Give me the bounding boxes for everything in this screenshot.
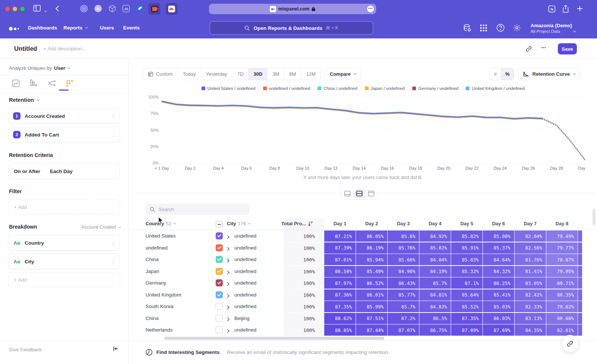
- date-range-yesterday[interactable]: Yesterday: [201, 68, 232, 80]
- help-icon[interactable]: [496, 23, 505, 32]
- retention-cell[interactable]: 85.49%: [356, 266, 387, 277]
- legend-item[interactable]: Japan / undefined: [365, 86, 405, 91]
- retention-cell[interactable]: 86.03%: [483, 313, 514, 324]
- retention-cell[interactable]: 86.19%: [356, 242, 387, 254]
- percent-toggle[interactable]: %: [501, 68, 514, 80]
- retention-cell[interactable]: 85.99%: [356, 301, 387, 312]
- day-column-header[interactable]: Day 4: [419, 221, 451, 226]
- criteria-each-day[interactable]: Each Day: [50, 169, 73, 174]
- favicon-tab-cloud-icon[interactable]: [166, 3, 178, 15]
- retention-cell[interactable]: 84.83%: [419, 301, 451, 312]
- expand-row-icon[interactable]: [227, 304, 229, 311]
- legend-item[interactable]: United Kingdom / undefined: [466, 86, 525, 91]
- retention-cell[interactable]: 84.81%: [419, 289, 451, 301]
- row-checkbox[interactable]: [216, 291, 223, 298]
- retention-cell[interactable]: 86.58%: [324, 266, 356, 277]
- table-row[interactable]: Japanundefined100%86.58%85.49%84.96%84.1…: [129, 266, 597, 277]
- retention-cell[interactable]: 85.66%: [388, 254, 419, 265]
- expand-row-icon[interactable]: [227, 246, 229, 252]
- retention-cell[interactable]: 86.5%: [419, 313, 451, 324]
- add-breakdown-button[interactable]: + Add: [8, 272, 120, 287]
- expand-row-icon[interactable]: [227, 269, 229, 276]
- row-checkbox[interactable]: [216, 232, 223, 239]
- expand-row-icon[interactable]: [227, 316, 229, 323]
- retention-cell[interactable]: 85.94%: [356, 254, 387, 265]
- retention-cell[interactable]: 79.77%: [546, 242, 578, 254]
- legend-item[interactable]: Germany / undefined: [412, 86, 458, 91]
- retention-cell[interactable]: 85.82%: [451, 230, 482, 242]
- chevron-down-icon[interactable]: [44, 7, 46, 14]
- retention-cell[interactable]: 87.07%: [388, 324, 419, 336]
- retention-cell[interactable]: 84.84%: [419, 254, 451, 265]
- retention-cell[interactable]: 85.08%: [483, 230, 514, 242]
- apps-grid-icon[interactable]: [480, 24, 487, 32]
- date-range-3m[interactable]: 3M: [268, 68, 284, 80]
- retention-cell[interactable]: 86.52%: [356, 277, 387, 289]
- expand-row-icon[interactable]: [227, 257, 229, 264]
- retention-cell[interactable]: 81.76%: [515, 254, 546, 265]
- retention-cell[interactable]: 87.01%: [324, 254, 356, 265]
- chart-only-toggle[interactable]: [342, 189, 353, 198]
- more-options-button[interactable]: ...: [541, 43, 546, 50]
- retention-cell[interactable]: 82.33%: [515, 301, 546, 312]
- absolute-numbers-toggle[interactable]: #: [490, 68, 501, 80]
- retention-cell[interactable]: 85.52%: [451, 301, 482, 312]
- retention-cell[interactable]: 87.44%: [356, 324, 387, 336]
- retention-cell[interactable]: 85.41%: [483, 289, 514, 301]
- date-range-7d[interactable]: 7D: [232, 68, 249, 80]
- expand-row-icon[interactable]: [227, 234, 229, 241]
- criteria-on-or-after[interactable]: On or After: [14, 169, 40, 174]
- nav-users[interactable]: Users: [100, 25, 114, 31]
- tab-retention[interactable]: [65, 78, 74, 88]
- retention-cell[interactable]: 86.25%: [483, 277, 514, 289]
- retention-cell[interactable]: 86.05%: [356, 230, 387, 242]
- day-column-header[interactable]: Day 6: [483, 221, 514, 226]
- row-checkbox[interactable]: [216, 268, 223, 275]
- favicon-tab-red-icon[interactable]: [149, 3, 160, 15]
- day-column-header[interactable]: Day 3: [388, 221, 419, 226]
- retention-cell[interactable]: 85.91%: [451, 242, 482, 254]
- minimize-window-button[interactable]: [13, 7, 17, 11]
- share-icon[interactable]: [562, 4, 569, 13]
- analyze-value[interactable]: User: [54, 65, 65, 71]
- retention-cell[interactable]: 85.83%: [451, 254, 482, 265]
- retention-cell[interactable]: 82.61%: [546, 324, 578, 336]
- table-row[interactable]: undefinedundefined100%87.39%86.19%85.76%…: [129, 242, 597, 254]
- add-description[interactable]: + Add description...: [43, 46, 86, 51]
- breakdown-card-country[interactable]: Aa Country ⋮: [8, 235, 120, 251]
- date-range-custom[interactable]: Custom: [143, 68, 178, 80]
- date-range-today[interactable]: Today: [178, 68, 201, 80]
- favicon-target-icon[interactable]: [80, 4, 88, 13]
- retention-cell[interactable]: 85.7%: [388, 301, 419, 312]
- nav-events[interactable]: Events: [123, 25, 140, 31]
- table-only-toggle[interactable]: [366, 189, 377, 198]
- new-tab-icon[interactable]: [576, 5, 584, 12]
- table-row[interactable]: South Koreaundefined100%87.35%85.99%85.7…: [129, 301, 597, 313]
- retention-cell[interactable]: 88.85%: [324, 324, 356, 336]
- date-range-12m[interactable]: 12M: [301, 68, 320, 80]
- table-row[interactable]: Germanyundefined100%87.97%86.52%86.43%85…: [129, 277, 597, 289]
- expand-row-icon[interactable]: [227, 281, 229, 288]
- retention-cell[interactable]: 85.37%: [483, 242, 514, 254]
- retention-cell[interactable]: 78.87%: [546, 254, 578, 265]
- project-chevron-icon[interactable]: [573, 27, 575, 34]
- retention-cell[interactable]: 82.04%: [515, 230, 546, 242]
- day-column-header[interactable]: Day 7: [515, 221, 546, 226]
- page-settings-icon[interactable]: •••: [367, 6, 374, 12]
- open-reports-search[interactable]: Open Reports & Dashboards ⌘ + K: [210, 21, 373, 35]
- retention-cell[interactable]: 84.96%: [388, 266, 419, 277]
- favicon-cube-icon[interactable]: [108, 4, 116, 13]
- close-window-button[interactable]: [5, 7, 10, 11]
- retention-cell[interactable]: 85.7%: [419, 277, 451, 289]
- table-row[interactable]: ChinaBeijing100%88.62%87.51%87.2%86.5%87…: [129, 313, 597, 324]
- project-selector[interactable]: Amazonia {Demo} All Project Data: [531, 23, 572, 34]
- copy-link-icon[interactable]: [525, 46, 532, 52]
- legend-item[interactable]: China / undefined: [318, 86, 357, 91]
- row-checkbox[interactable]: [216, 315, 223, 322]
- retention-cell[interactable]: 87.21%: [324, 230, 356, 242]
- address-bar[interactable]: mixpanel.com •••: [209, 4, 376, 14]
- analyze-uniques-control[interactable]: Analyze Uniques by User: [9, 65, 69, 71]
- table-row[interactable]: United Statesundefined100%87.21%86.05%85…: [129, 230, 597, 242]
- breakdown-scope-selector[interactable]: Account Created: [81, 225, 120, 230]
- row-checkbox[interactable]: [216, 244, 223, 251]
